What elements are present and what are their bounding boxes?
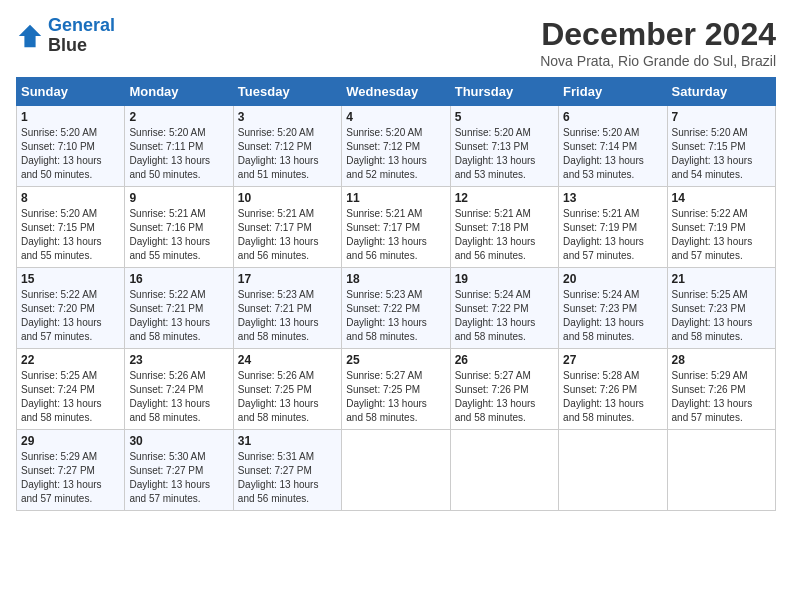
calendar-cell: 7Sunrise: 5:20 AM Sunset: 7:15 PM Daylig… [667, 106, 775, 187]
day-number: 12 [455, 191, 554, 205]
day-info: Sunrise: 5:20 AM Sunset: 7:14 PM Dayligh… [563, 126, 662, 182]
calendar-cell: 28Sunrise: 5:29 AM Sunset: 7:26 PM Dayli… [667, 349, 775, 430]
day-number: 27 [563, 353, 662, 367]
day-number: 1 [21, 110, 120, 124]
month-title: December 2024 [540, 16, 776, 53]
day-info: Sunrise: 5:23 AM Sunset: 7:21 PM Dayligh… [238, 288, 337, 344]
calendar-cell: 16Sunrise: 5:22 AM Sunset: 7:21 PM Dayli… [125, 268, 233, 349]
day-info: Sunrise: 5:26 AM Sunset: 7:24 PM Dayligh… [129, 369, 228, 425]
page-header: General Blue December 2024 Nova Prata, R… [16, 16, 776, 69]
day-number: 10 [238, 191, 337, 205]
day-number: 28 [672, 353, 771, 367]
calendar-cell [450, 430, 558, 511]
calendar-cell: 26Sunrise: 5:27 AM Sunset: 7:26 PM Dayli… [450, 349, 558, 430]
day-info: Sunrise: 5:20 AM Sunset: 7:10 PM Dayligh… [21, 126, 120, 182]
header-saturday: Saturday [667, 78, 775, 106]
day-info: Sunrise: 5:20 AM Sunset: 7:12 PM Dayligh… [346, 126, 445, 182]
day-number: 3 [238, 110, 337, 124]
day-info: Sunrise: 5:20 AM Sunset: 7:13 PM Dayligh… [455, 126, 554, 182]
day-info: Sunrise: 5:22 AM Sunset: 7:20 PM Dayligh… [21, 288, 120, 344]
calendar-cell [667, 430, 775, 511]
calendar-cell: 11Sunrise: 5:21 AM Sunset: 7:17 PM Dayli… [342, 187, 450, 268]
calendar-cell: 31Sunrise: 5:31 AM Sunset: 7:27 PM Dayli… [233, 430, 341, 511]
title-block: December 2024 Nova Prata, Rio Grande do … [540, 16, 776, 69]
calendar-cell: 4Sunrise: 5:20 AM Sunset: 7:12 PM Daylig… [342, 106, 450, 187]
day-info: Sunrise: 5:20 AM Sunset: 7:11 PM Dayligh… [129, 126, 228, 182]
calendar-cell: 15Sunrise: 5:22 AM Sunset: 7:20 PM Dayli… [17, 268, 125, 349]
header-thursday: Thursday [450, 78, 558, 106]
calendar-cell: 21Sunrise: 5:25 AM Sunset: 7:23 PM Dayli… [667, 268, 775, 349]
calendar-week-row: 1Sunrise: 5:20 AM Sunset: 7:10 PM Daylig… [17, 106, 776, 187]
calendar-cell: 1Sunrise: 5:20 AM Sunset: 7:10 PM Daylig… [17, 106, 125, 187]
svg-marker-0 [19, 25, 41, 47]
day-number: 15 [21, 272, 120, 286]
day-info: Sunrise: 5:20 AM Sunset: 7:15 PM Dayligh… [21, 207, 120, 263]
day-number: 5 [455, 110, 554, 124]
calendar-cell: 19Sunrise: 5:24 AM Sunset: 7:22 PM Dayli… [450, 268, 558, 349]
calendar-week-row: 15Sunrise: 5:22 AM Sunset: 7:20 PM Dayli… [17, 268, 776, 349]
calendar-cell: 29Sunrise: 5:29 AM Sunset: 7:27 PM Dayli… [17, 430, 125, 511]
day-number: 16 [129, 272, 228, 286]
day-info: Sunrise: 5:20 AM Sunset: 7:12 PM Dayligh… [238, 126, 337, 182]
day-number: 6 [563, 110, 662, 124]
day-info: Sunrise: 5:25 AM Sunset: 7:23 PM Dayligh… [672, 288, 771, 344]
calendar-cell: 14Sunrise: 5:22 AM Sunset: 7:19 PM Dayli… [667, 187, 775, 268]
day-info: Sunrise: 5:28 AM Sunset: 7:26 PM Dayligh… [563, 369, 662, 425]
day-number: 25 [346, 353, 445, 367]
calendar-cell: 22Sunrise: 5:25 AM Sunset: 7:24 PM Dayli… [17, 349, 125, 430]
day-info: Sunrise: 5:24 AM Sunset: 7:22 PM Dayligh… [455, 288, 554, 344]
day-number: 9 [129, 191, 228, 205]
calendar-cell: 8Sunrise: 5:20 AM Sunset: 7:15 PM Daylig… [17, 187, 125, 268]
calendar-cell: 24Sunrise: 5:26 AM Sunset: 7:25 PM Dayli… [233, 349, 341, 430]
header-tuesday: Tuesday [233, 78, 341, 106]
day-info: Sunrise: 5:21 AM Sunset: 7:19 PM Dayligh… [563, 207, 662, 263]
header-friday: Friday [559, 78, 667, 106]
calendar-cell: 20Sunrise: 5:24 AM Sunset: 7:23 PM Dayli… [559, 268, 667, 349]
day-number: 4 [346, 110, 445, 124]
day-info: Sunrise: 5:22 AM Sunset: 7:21 PM Dayligh… [129, 288, 228, 344]
calendar-week-row: 29Sunrise: 5:29 AM Sunset: 7:27 PM Dayli… [17, 430, 776, 511]
calendar-cell: 27Sunrise: 5:28 AM Sunset: 7:26 PM Dayli… [559, 349, 667, 430]
calendar-cell: 10Sunrise: 5:21 AM Sunset: 7:17 PM Dayli… [233, 187, 341, 268]
day-number: 21 [672, 272, 771, 286]
day-number: 14 [672, 191, 771, 205]
calendar-cell: 2Sunrise: 5:20 AM Sunset: 7:11 PM Daylig… [125, 106, 233, 187]
calendar-week-row: 8Sunrise: 5:20 AM Sunset: 7:15 PM Daylig… [17, 187, 776, 268]
day-number: 24 [238, 353, 337, 367]
day-info: Sunrise: 5:27 AM Sunset: 7:26 PM Dayligh… [455, 369, 554, 425]
day-info: Sunrise: 5:21 AM Sunset: 7:17 PM Dayligh… [346, 207, 445, 263]
calendar-cell: 6Sunrise: 5:20 AM Sunset: 7:14 PM Daylig… [559, 106, 667, 187]
day-info: Sunrise: 5:29 AM Sunset: 7:27 PM Dayligh… [21, 450, 120, 506]
calendar-cell: 5Sunrise: 5:20 AM Sunset: 7:13 PM Daylig… [450, 106, 558, 187]
day-number: 30 [129, 434, 228, 448]
day-info: Sunrise: 5:29 AM Sunset: 7:26 PM Dayligh… [672, 369, 771, 425]
calendar-cell: 17Sunrise: 5:23 AM Sunset: 7:21 PM Dayli… [233, 268, 341, 349]
calendar-header-row: SundayMondayTuesdayWednesdayThursdayFrid… [17, 78, 776, 106]
day-number: 22 [21, 353, 120, 367]
day-number: 26 [455, 353, 554, 367]
calendar-cell: 9Sunrise: 5:21 AM Sunset: 7:16 PM Daylig… [125, 187, 233, 268]
calendar-cell: 12Sunrise: 5:21 AM Sunset: 7:18 PM Dayli… [450, 187, 558, 268]
day-info: Sunrise: 5:21 AM Sunset: 7:18 PM Dayligh… [455, 207, 554, 263]
calendar-week-row: 22Sunrise: 5:25 AM Sunset: 7:24 PM Dayli… [17, 349, 776, 430]
day-number: 8 [21, 191, 120, 205]
day-number: 19 [455, 272, 554, 286]
calendar-table: SundayMondayTuesdayWednesdayThursdayFrid… [16, 77, 776, 511]
day-info: Sunrise: 5:20 AM Sunset: 7:15 PM Dayligh… [672, 126, 771, 182]
day-info: Sunrise: 5:21 AM Sunset: 7:16 PM Dayligh… [129, 207, 228, 263]
day-number: 29 [21, 434, 120, 448]
logo-icon [16, 22, 44, 50]
calendar-cell: 18Sunrise: 5:23 AM Sunset: 7:22 PM Dayli… [342, 268, 450, 349]
calendar-cell: 13Sunrise: 5:21 AM Sunset: 7:19 PM Dayli… [559, 187, 667, 268]
logo-text: General Blue [48, 16, 115, 56]
calendar-cell: 25Sunrise: 5:27 AM Sunset: 7:25 PM Dayli… [342, 349, 450, 430]
day-number: 17 [238, 272, 337, 286]
calendar-cell: 23Sunrise: 5:26 AM Sunset: 7:24 PM Dayli… [125, 349, 233, 430]
calendar-cell [559, 430, 667, 511]
day-info: Sunrise: 5:23 AM Sunset: 7:22 PM Dayligh… [346, 288, 445, 344]
day-number: 7 [672, 110, 771, 124]
day-number: 2 [129, 110, 228, 124]
day-info: Sunrise: 5:27 AM Sunset: 7:25 PM Dayligh… [346, 369, 445, 425]
header-monday: Monday [125, 78, 233, 106]
calendar-cell: 30Sunrise: 5:30 AM Sunset: 7:27 PM Dayli… [125, 430, 233, 511]
